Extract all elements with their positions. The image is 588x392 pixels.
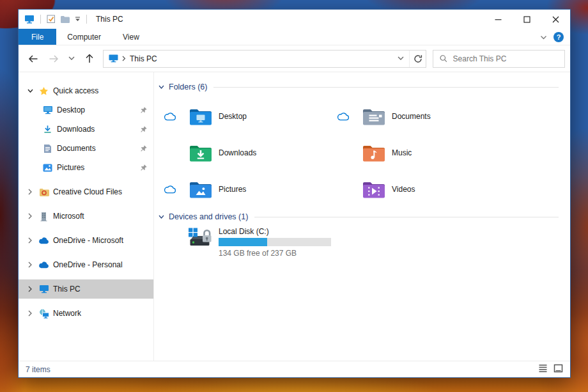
- sidebar-item-creative-cloud-files[interactable]: Creative Cloud Files: [19, 182, 153, 201]
- onedrive-cloud-icon: [38, 237, 49, 244]
- new-folder-button[interactable]: [60, 15, 70, 24]
- search-icon: [440, 54, 447, 63]
- address-bar[interactable]: This PC: [103, 50, 426, 68]
- music-folder-icon: [362, 143, 386, 162]
- this-pc-icon: [109, 54, 118, 63]
- sidebar-item-downloads[interactable]: Downloads: [19, 120, 153, 139]
- tab-file[interactable]: File: [19, 29, 56, 45]
- qat-dropdown-icon: [75, 17, 81, 22]
- building-icon: [38, 212, 49, 221]
- customize-toolbar-button[interactable]: [75, 17, 81, 22]
- documents-icon: [42, 144, 53, 153]
- new-folder-icon: [60, 15, 70, 24]
- breadcrumb-label: This PC: [130, 54, 157, 63]
- sidebar-item-quick-access[interactable]: Quick access: [19, 81, 153, 100]
- pictures-folder-icon: [189, 179, 213, 199]
- maximize-icon: [523, 16, 530, 23]
- pin-icon[interactable]: [140, 145, 148, 154]
- thumbnail-view-button[interactable]: [553, 364, 563, 375]
- help-button[interactable]: ?: [553, 32, 564, 42]
- chevron-right-icon: [28, 262, 32, 268]
- refresh-button[interactable]: [409, 51, 426, 67]
- toolbar-separator: [86, 15, 87, 24]
- onedrive-cloud-icon: [38, 262, 49, 269]
- titlebar[interactable]: This PC: [19, 10, 570, 29]
- minimize-button[interactable]: [484, 10, 513, 29]
- pictures-icon: [42, 164, 53, 172]
- refresh-icon: [414, 54, 422, 63]
- local-disk-icon: [187, 226, 214, 250]
- chevron-down-icon: [398, 56, 404, 61]
- chevron-right-icon: [28, 237, 32, 244]
- chevron-down-icon: [27, 89, 33, 93]
- this-pc-icon: [38, 285, 49, 294]
- sidebar-item-onedrive-microsoft[interactable]: OneDrive - Microsoft: [19, 231, 153, 250]
- folders-grid: Desktop Downloads Pictures: [154, 98, 559, 207]
- sidebar-item-desktop[interactable]: Desktop: [19, 100, 153, 120]
- group-header-folders[interactable]: Folders (6): [159, 82, 559, 91]
- network-icon: [38, 309, 49, 318]
- forward-arrow-icon: [49, 54, 59, 63]
- chevron-down-icon: [68, 56, 75, 61]
- search-box[interactable]: [433, 50, 565, 68]
- tab-computer[interactable]: Computer: [56, 29, 112, 45]
- sync-status-cloud-icon: [337, 112, 350, 121]
- maximize-button[interactable]: [513, 10, 541, 29]
- folder-tile-desktop[interactable]: Desktop: [154, 98, 327, 134]
- file-explorer-window: This PC File Computer View ?: [18, 9, 571, 378]
- thumbnail-view-icon: [553, 364, 563, 373]
- status-bar: 7 items: [19, 361, 570, 377]
- chevron-right-icon: [28, 310, 32, 317]
- window-title: This PC: [96, 15, 123, 24]
- folder-tile-documents[interactable]: Documents: [327, 98, 500, 134]
- drive-tile-local-disk[interactable]: Local Disk (C:) 134 GB free of 237 GB: [154, 226, 559, 258]
- folder-tile-videos[interactable]: Videos: [327, 171, 500, 207]
- forward-button[interactable]: [44, 50, 63, 68]
- downloads-folder-icon: [189, 143, 213, 162]
- back-button[interactable]: [24, 50, 43, 68]
- chevron-down-icon: [159, 85, 164, 90]
- sidebar-item-onedrive-personal[interactable]: OneDrive - Personal: [19, 255, 153, 274]
- minimize-icon: [495, 16, 502, 23]
- minimize-ribbon-button[interactable]: [540, 31, 547, 43]
- quick-access-toolbar: This PC: [19, 15, 123, 24]
- sidebar-item-microsoft[interactable]: Microsoft: [19, 207, 153, 226]
- breadcrumb[interactable]: This PC: [104, 54, 162, 63]
- window-controls: [484, 10, 570, 29]
- sync-status-empty: [337, 148, 350, 157]
- close-icon: [552, 16, 559, 23]
- sidebar-item-network[interactable]: Network: [19, 304, 153, 323]
- group-divider: [254, 217, 559, 217]
- pin-icon[interactable]: [140, 106, 148, 116]
- drive-name: Local Disk (C:): [219, 227, 331, 236]
- search-input[interactable]: [453, 54, 558, 63]
- folder-tile-music[interactable]: Music: [327, 134, 500, 171]
- drive-usage-fill: [219, 238, 267, 246]
- creative-cloud-icon: [38, 188, 49, 196]
- properties-button[interactable]: [47, 15, 56, 24]
- close-button[interactable]: [541, 10, 570, 29]
- group-header-devices[interactable]: Devices and drives (1): [159, 212, 559, 221]
- tab-view[interactable]: View: [112, 29, 150, 45]
- pin-icon[interactable]: [140, 125, 148, 135]
- file-list-area: Folders (6) Desktop Downloads: [154, 72, 570, 361]
- sync-status-cloud-icon: [164, 185, 176, 194]
- sidebar-item-pictures[interactable]: Pictures: [19, 158, 153, 177]
- sidebar-item-documents[interactable]: Documents: [19, 139, 153, 158]
- up-button[interactable]: [80, 50, 99, 68]
- recent-locations-button[interactable]: [65, 50, 79, 68]
- chevron-down-icon: [159, 215, 164, 219]
- sidebar-item-this-pc[interactable]: This PC: [19, 279, 153, 299]
- desktop-folder-icon: [189, 106, 213, 126]
- drive-free-space: 134 GB free of 237 GB: [219, 249, 331, 258]
- details-view-button[interactable]: [538, 364, 548, 375]
- this-pc-icon: [24, 15, 35, 24]
- address-dropdown-button[interactable]: [392, 51, 409, 67]
- navigation-bar: This PC: [19, 45, 570, 72]
- sync-status-cloud-icon: [164, 112, 176, 121]
- pin-icon[interactable]: [140, 164, 148, 173]
- folder-tile-downloads[interactable]: Downloads: [154, 134, 327, 171]
- sync-status-empty: [164, 148, 176, 157]
- folder-tile-pictures[interactable]: Pictures: [154, 171, 327, 207]
- chevron-right-icon: [122, 56, 126, 61]
